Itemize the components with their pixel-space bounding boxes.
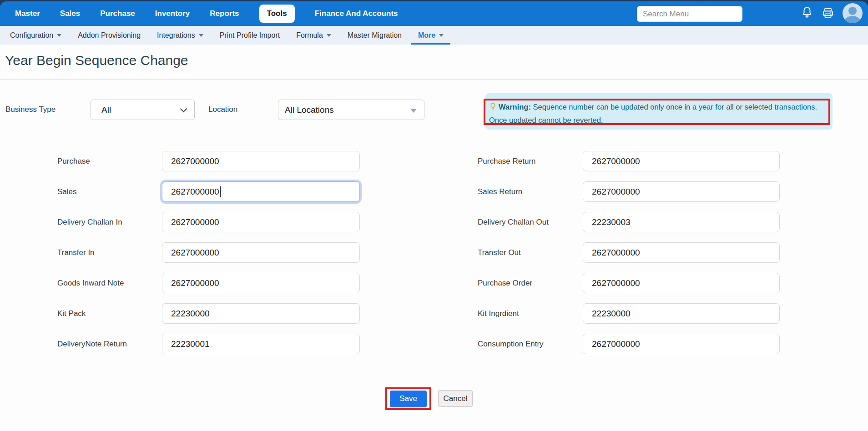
- transfer-in-input[interactable]: 2627000000: [162, 242, 360, 263]
- nav-item-inventory[interactable]: Inventory: [155, 9, 190, 18]
- printer-icon[interactable]: [822, 7, 834, 20]
- subnav-item-label: Addon Provisioning: [78, 31, 141, 40]
- consumption-entry-input[interactable]: 2627000000: [583, 334, 780, 354]
- field-value: 2627000000: [592, 278, 640, 288]
- subnav-item-label: Integrations: [157, 31, 195, 40]
- field-label: Transfer In: [57, 248, 162, 257]
- field-value: 2627000000: [171, 248, 219, 258]
- lightbulb-icon: [489, 102, 497, 115]
- field-row-sales: Sales 2627000000: [57, 181, 360, 202]
- search-menu-input[interactable]: [637, 6, 742, 22]
- warning-box: Warning: Sequence number can be updated …: [485, 93, 833, 130]
- subnav-item-label: More: [418, 31, 435, 40]
- caret-down-icon: [439, 34, 444, 37]
- field-value: 2627000000: [592, 156, 640, 166]
- field-label: Sales: [57, 187, 162, 196]
- business-type-value: All: [101, 105, 111, 115]
- field-value: 22230001: [171, 339, 210, 349]
- nav-item-purchase[interactable]: Purchase: [100, 9, 135, 18]
- subnav-item-print-profile-import[interactable]: Print Profile Import: [213, 26, 287, 45]
- cancel-button[interactable]: Cancel: [438, 390, 473, 407]
- subnav-item-label: Master Migration: [348, 31, 402, 40]
- purchase-input[interactable]: 2627000000: [162, 151, 360, 171]
- field-row-deliverynote-return: DeliveryNote Return 22230001: [57, 334, 360, 354]
- field-row-goods-inward-note: Goods Inward Note 2627000000: [57, 273, 360, 293]
- field-label: DeliveryNote Return: [57, 340, 162, 349]
- field-value: 2627000000: [171, 278, 219, 288]
- location-value: All Locations: [285, 105, 334, 115]
- field-value: 2627000000: [592, 187, 640, 197]
- purchase-order-input[interactable]: 2627000000: [583, 273, 780, 293]
- caret-down-icon: [199, 34, 203, 37]
- subnav-item-label: Print Profile Import: [220, 31, 280, 40]
- field-row-purchase-return: Purchase Return 2627000000: [478, 151, 780, 171]
- subnav-item-addon-provisioning[interactable]: Addon Provisioning: [71, 26, 147, 45]
- nav-item-master[interactable]: Master: [15, 9, 40, 18]
- field-value: 2627000000: [171, 156, 219, 166]
- dropdown-arrow-icon: [410, 109, 417, 113]
- field-label: Kit Pack: [57, 309, 162, 318]
- text-cursor: [220, 186, 221, 197]
- field-row-kit-pack: Kit Pack 22230000: [57, 303, 360, 324]
- field-value: 2627000000: [171, 187, 219, 197]
- field-label: Consumption Entry: [478, 340, 583, 349]
- deliverynote-return-input[interactable]: 22230001: [162, 334, 360, 354]
- transfer-out-input[interactable]: 2627000000: [583, 242, 780, 263]
- purchase-return-input[interactable]: 2627000000: [583, 151, 780, 171]
- field-row-consumption-entry: Consumption Entry 2627000000: [478, 334, 780, 354]
- subnav-item-more[interactable]: More: [411, 26, 450, 45]
- field-label: Delivery Challan In: [57, 218, 162, 227]
- subnav-item-configuration[interactable]: Configuration: [3, 26, 68, 45]
- bell-icon[interactable]: [801, 6, 813, 20]
- sales-return-input[interactable]: 2627000000: [583, 181, 780, 202]
- sequence-fields-right-column: Purchase Return 2627000000 Sales Return …: [478, 151, 780, 364]
- save-button[interactable]: Save: [390, 391, 427, 407]
- kit-ingrdient-input[interactable]: 22230000: [583, 303, 780, 324]
- subnav-item-formula[interactable]: Formula: [289, 26, 338, 45]
- field-value: 22230003: [592, 217, 631, 227]
- location-dropdown[interactable]: All Locations: [278, 100, 424, 120]
- field-row-delivery-challan-in: Delivery Challan In 2627000000: [57, 212, 360, 232]
- field-row-purchase-order: Purchase Order 2627000000: [478, 273, 780, 293]
- field-value: 2627000000: [592, 248, 640, 258]
- warning-text: Sequence number can be updated only once…: [489, 103, 817, 124]
- field-label: Goods Inward Note: [57, 279, 162, 288]
- top-navbar: Master Sales Purchase Inventory Reports …: [0, 0, 868, 26]
- nav-item-finance-and-accounts[interactable]: Finance And Accounts: [315, 9, 398, 18]
- divider: [0, 79, 868, 80]
- avatar-head: [848, 7, 857, 15]
- field-row-transfer-out: Transfer Out 2627000000: [478, 242, 780, 263]
- warning-highlight-annotation: Warning: Sequence number can be updated …: [484, 99, 830, 125]
- goods-inward-note-input[interactable]: 2627000000: [162, 273, 360, 293]
- subnav-item-integrations[interactable]: Integrations: [150, 26, 210, 45]
- field-row-sales-return: Sales Return 2627000000: [478, 181, 780, 202]
- nav-item-tools[interactable]: Tools: [259, 5, 295, 23]
- field-row-transfer-in: Transfer In 2627000000: [57, 242, 360, 263]
- warning-title: Warning:: [499, 103, 531, 111]
- page-title: Year Begin Sequence Change: [5, 53, 188, 68]
- field-label: Transfer Out: [478, 248, 583, 257]
- nav-item-sales[interactable]: Sales: [60, 9, 80, 18]
- caret-down-icon: [327, 34, 331, 37]
- save-highlight-annotation: Save: [385, 387, 431, 410]
- delivery-challan-in-input[interactable]: 2627000000: [162, 212, 360, 232]
- field-row-kit-ingrdient: Kit Ingrdient 22230000: [478, 303, 780, 324]
- field-label: Purchase Return: [478, 157, 583, 166]
- field-row-delivery-challan-out: Delivery Challan Out 22230003: [478, 212, 780, 232]
- sales-input[interactable]: 2627000000: [162, 181, 360, 202]
- app-root: Master Sales Purchase Inventory Reports …: [0, 0, 868, 431]
- location-label: Location: [208, 105, 237, 114]
- subnav-item-master-migration[interactable]: Master Migration: [341, 26, 409, 45]
- nav-item-reports[interactable]: Reports: [210, 9, 239, 18]
- kit-pack-input[interactable]: 22230000: [162, 303, 360, 324]
- field-label: Delivery Challan Out: [478, 218, 583, 227]
- business-type-select[interactable]: All: [91, 100, 195, 120]
- field-label: Purchase Order: [478, 279, 583, 288]
- delivery-challan-out-input[interactable]: 22230003: [583, 212, 780, 232]
- field-row-purchase: Purchase 2627000000: [57, 151, 360, 171]
- user-avatar[interactable]: [843, 3, 863, 23]
- sub-navbar: Configuration Addon Provisioning Integra…: [0, 26, 868, 45]
- field-value: 22230000: [592, 309, 631, 319]
- field-label: Purchase: [57, 157, 162, 166]
- chevron-down-icon: [180, 105, 187, 113]
